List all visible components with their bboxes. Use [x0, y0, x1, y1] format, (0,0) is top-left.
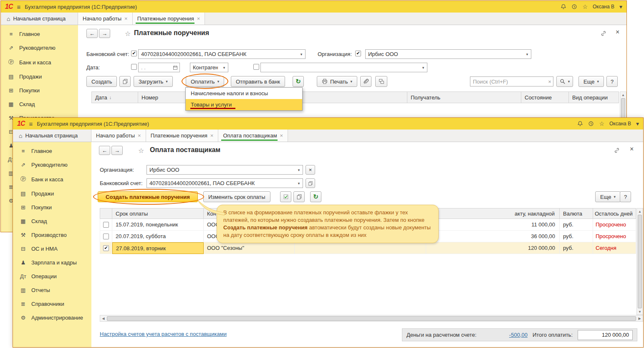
scroll-down-icon[interactable]: ▼: [638, 309, 641, 315]
pay-button[interactable]: Оплатить▾: [186, 76, 224, 87]
vertical-scrollbar[interactable]: ▲ ▼: [636, 208, 643, 315]
get-link-icon[interactable]: [601, 30, 606, 36]
sidebar-item[interactable]: Ⓟ Банк и касса: [13, 172, 91, 187]
sidebar-item[interactable]: ♟ Зарплата и кадры: [13, 256, 91, 269]
status-cell[interactable]: Просрочено: [593, 231, 636, 242]
refresh-icon[interactable]: ↻: [310, 191, 321, 202]
scroll-up-icon[interactable]: ▲: [638, 208, 641, 214]
home-tab[interactable]: ⌂ Начальная страница: [13, 130, 91, 142]
organization-combo[interactable]: ▾: [146, 165, 303, 175]
tab-close-icon[interactable]: ×: [210, 132, 214, 139]
tab-close-icon[interactable]: ×: [280, 132, 283, 139]
tab-payment-orders[interactable]: Платежные поручения ×: [146, 130, 219, 142]
chevron-down-icon[interactable]: ▾: [295, 165, 303, 174]
sidebar-item[interactable]: ▤ Продажи: [1, 70, 78, 84]
sidebar-item[interactable]: ⊞ Покупки: [13, 201, 91, 214]
due-date-cell-focused[interactable]: 27.08.2019, вторник: [112, 242, 204, 254]
history-icon[interactable]: [588, 121, 594, 127]
row-checkbox[interactable]: [103, 245, 109, 251]
search-input[interactable]: [470, 79, 546, 85]
sidebar-item[interactable]: Дт Операции: [13, 269, 91, 283]
contractor-checkbox[interactable]: [253, 64, 259, 70]
sidebar-item[interactable]: ▦ Склад: [1, 97, 78, 111]
tab-getting-started[interactable]: Начало работы ×: [78, 13, 133, 25]
forward-button[interactable]: →: [111, 146, 123, 155]
copy-icon[interactable]: [293, 191, 305, 202]
sidebar-item[interactable]: ⚒ Производство: [13, 228, 91, 242]
currency-cell[interactable]: руб.: [560, 242, 593, 254]
current-user[interactable]: Оксана В: [609, 121, 631, 127]
home-tab[interactable]: ⌂ Начальная страница: [1, 13, 78, 25]
contractor-cell[interactable]: ООО "Сезоны": [204, 242, 295, 254]
clear-search-icon[interactable]: ×: [546, 79, 553, 85]
column-header-due-date[interactable]: Срок оплаты: [112, 208, 204, 219]
sidebar-item[interactable]: ≡ Главное: [13, 144, 91, 158]
amount-cell[interactable]: 11 000,00: [426, 219, 560, 231]
organization-input[interactable]: [147, 167, 295, 173]
sidebar-item[interactable]: Ⓟ Банк и касса: [1, 55, 78, 70]
clear-organization-icon[interactable]: ×: [306, 165, 315, 175]
related-documents-icon[interactable]: [375, 76, 387, 87]
menu-item-taxes[interactable]: Начисленные налоги и взносы: [186, 88, 302, 99]
calendar-icon[interactable]: [171, 65, 179, 70]
horizontal-scrollbar[interactable]: ◀ ▶: [100, 315, 643, 322]
scroll-right-icon[interactable]: ▶: [636, 317, 643, 320]
send-to-bank-button[interactable]: Отправить в банк: [231, 76, 285, 87]
bank-account-input[interactable]: [139, 51, 298, 57]
row-checkbox[interactable]: [103, 234, 109, 239]
column-header-optype[interactable]: Вид операции: [569, 91, 619, 103]
column-header-amount[interactable]: акту, накладной: [426, 208, 560, 219]
column-header-currency[interactable]: Валюта: [560, 208, 593, 219]
date-input[interactable]: [139, 64, 171, 71]
tab-close-icon[interactable]: ×: [197, 15, 200, 22]
chevron-down-icon[interactable]: ▾: [220, 63, 228, 72]
print-button[interactable]: Печать▾: [317, 76, 357, 87]
contractor-kind-selector[interactable]: ▾: [190, 63, 228, 72]
tab-payment-orders[interactable]: Платежные поручения ×: [133, 13, 205, 25]
column-header-checkbox[interactable]: [100, 208, 112, 219]
amount-cell[interactable]: 120 000,00: [426, 242, 560, 254]
notifications-bell-icon[interactable]: [577, 121, 583, 127]
amount-cell[interactable]: 36 000,00: [426, 231, 560, 242]
refresh-icon[interactable]: ↻: [293, 76, 304, 87]
favorites-star-icon[interactable]: ☆: [599, 120, 604, 127]
date-field[interactable]: [138, 63, 180, 72]
help-button[interactable]: ?: [606, 76, 618, 87]
more-button[interactable]: Еще▾: [595, 191, 621, 202]
attachments-paperclip-icon[interactable]: [360, 76, 371, 87]
sidebar-item[interactable]: ⊞ Покупки: [1, 84, 78, 97]
chevron-down-icon[interactable]: ▾: [295, 179, 303, 188]
main-menu-icon[interactable]: ≡: [29, 120, 33, 127]
column-header-state[interactable]: Состояние: [521, 91, 569, 103]
contractor-combo[interactable]: ▾: [260, 63, 427, 72]
sidebar-item[interactable]: ▤ Продажи: [13, 187, 91, 201]
money-on-account-value[interactable]: -500,00: [509, 332, 528, 338]
scroll-left-icon[interactable]: ◀: [100, 317, 106, 320]
row-checkbox[interactable]: [103, 222, 109, 228]
sidebar-item[interactable]: ⇗ Руководителю: [13, 158, 91, 172]
back-button[interactable]: ←: [86, 29, 98, 38]
create-payment-orders-button[interactable]: Создать платежные поручения: [98, 191, 198, 202]
chevron-down-icon[interactable]: ▾: [523, 50, 531, 58]
create-by-copy-icon[interactable]: [119, 76, 131, 87]
bank-account-combo[interactable]: ▾: [146, 178, 303, 188]
bank-account-checkbox[interactable]: [131, 51, 137, 56]
sidebar-item[interactable]: ≡ Главное: [1, 27, 78, 41]
notifications-bell-icon[interactable]: [561, 4, 566, 10]
load-button[interactable]: Загрузить▾: [134, 76, 173, 87]
due-date-cell[interactable]: 15.07.2019, понедельник: [112, 219, 204, 231]
favorites-star-icon[interactable]: ☆: [582, 3, 588, 10]
scroll-thumb[interactable]: [107, 316, 636, 321]
sidebar-item[interactable]: ⇗ Руководителю: [1, 41, 78, 55]
tab-getting-started[interactable]: Начало работы ×: [91, 130, 146, 142]
date-checkbox[interactable]: [131, 64, 137, 70]
search-button[interactable]: ▾: [556, 76, 573, 87]
status-cell[interactable]: Сегодня: [593, 242, 636, 254]
close-page-icon[interactable]: ×: [616, 28, 619, 36]
column-header-number[interactable]: Номер: [138, 91, 187, 103]
favorite-star-icon[interactable]: ☆: [125, 30, 131, 38]
get-link-icon[interactable]: [614, 147, 620, 153]
currency-cell[interactable]: руб.: [560, 231, 593, 242]
status-cell[interactable]: Просрочено: [593, 219, 636, 231]
chevron-down-icon[interactable]: ▾: [419, 63, 427, 72]
